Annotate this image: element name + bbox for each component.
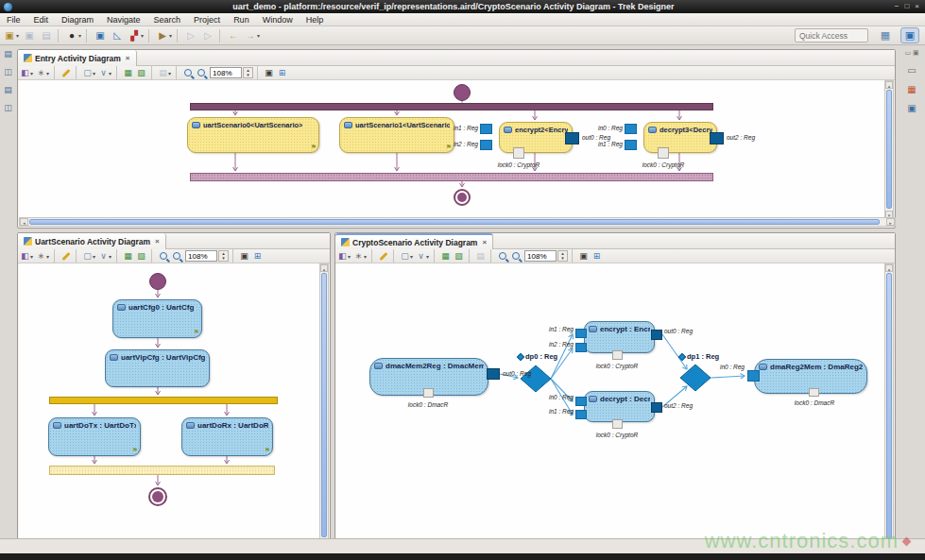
join-bar[interactable] xyxy=(190,173,713,181)
close-icon[interactable] xyxy=(482,238,487,246)
vip-catalog-icon[interactable]: ▣ xyxy=(93,28,108,42)
mode-caret[interactable]: ▾ xyxy=(30,253,33,260)
zoom-in-icon[interactable] xyxy=(496,250,508,263)
fit-grid-icon[interactable]: ⊞ xyxy=(276,67,288,79)
fast-view-icon-2[interactable]: ◫ xyxy=(4,67,12,76)
snapshot-icon[interactable]: ▣ xyxy=(577,250,590,263)
zoom-level-input[interactable] xyxy=(210,67,242,78)
properties-view-icon[interactable]: ▦ xyxy=(907,84,916,94)
initial-node[interactable] xyxy=(454,84,471,101)
initial-node[interactable] xyxy=(149,273,166,290)
zoom-out-icon[interactable] xyxy=(195,67,207,79)
forward-caret[interactable]: ▾ xyxy=(257,32,260,39)
run-external-caret[interactable]: ▾ xyxy=(169,32,172,39)
pin-elements-icon[interactable] xyxy=(60,250,72,263)
router-caret[interactable]: ▾ xyxy=(109,70,111,76)
crypto-canvas[interactable]: dmacMem2Reg : DmacMem2Reg out0 : Reg loc… xyxy=(336,263,886,560)
menu-help[interactable]: Help xyxy=(300,15,331,25)
pin-lock0[interactable] xyxy=(612,419,623,429)
debug-icon[interactable]: ● xyxy=(64,28,79,42)
fork-bar[interactable] xyxy=(190,103,713,110)
pin-out0[interactable] xyxy=(487,368,500,380)
export-diagram-icon[interactable]: ▧ xyxy=(135,67,147,79)
print-icon[interactable]: ▤ xyxy=(474,250,487,263)
tab-uartscenario-activity-diagram[interactable]: UartScenario Activity Diagram xyxy=(18,233,166,249)
snapshot-icon[interactable]: ▣ xyxy=(238,250,250,263)
open-perspective-icon[interactable]: ▦ xyxy=(876,27,895,43)
outline-view-icon[interactable]: ▭ xyxy=(907,65,916,76)
fast-view-icon-4[interactable]: ◫ xyxy=(4,103,12,112)
minimize-button[interactable]: − xyxy=(895,2,899,11)
print-icon[interactable]: ▤ xyxy=(157,67,169,79)
activity-node-uartDoRx[interactable]: uartDoRx : UartDoRx xyxy=(181,417,273,456)
activity-node-uartScenario1[interactable]: uartScenario1<UartScenario> xyxy=(339,117,454,153)
menu-search[interactable]: Search xyxy=(147,15,188,25)
entry-vscrollbar[interactable]: ▴ ▾ xyxy=(884,80,894,219)
menu-diagram[interactable]: Diagram xyxy=(55,15,100,25)
final-node[interactable] xyxy=(148,487,167,506)
pin-in1[interactable] xyxy=(575,329,587,338)
pin-in1[interactable] xyxy=(625,140,637,150)
export-diagram-icon[interactable]: ▧ xyxy=(135,250,147,263)
activity-node-encrypt[interactable]: encrypt : Encrypt xyxy=(584,321,655,353)
close-icon[interactable] xyxy=(155,237,160,246)
entry-canvas[interactable]: uartScenario0<UartScenario> uartScenario… xyxy=(19,80,886,219)
palette-view-icon[interactable]: ▣ xyxy=(907,103,916,113)
pin-lock0[interactable] xyxy=(658,147,669,159)
select-caret[interactable]: ▾ xyxy=(93,253,95,260)
activity-node-encrypt2[interactable]: encrypt2<Encrypt> xyxy=(499,122,573,153)
uart-canvas[interactable]: uartCfg0 : UartCfg uartVipCfg : UartVipC… xyxy=(19,263,321,560)
tab-entry-activity-diagram[interactable]: Entry Activity Diagram xyxy=(18,50,137,66)
fit-grid-icon[interactable]: ⊞ xyxy=(251,250,264,263)
mode-caret[interactable]: ▾ xyxy=(348,253,351,260)
menu-run[interactable]: Run xyxy=(227,15,256,25)
zoom-out-icon[interactable] xyxy=(509,250,522,263)
menu-file[interactable]: File xyxy=(0,15,27,25)
close-icon[interactable] xyxy=(126,54,130,62)
decision-node-dp1[interactable] xyxy=(680,365,711,391)
maximize-button[interactable]: □ xyxy=(904,2,909,11)
menu-window[interactable]: Window xyxy=(256,15,300,25)
scroll-thumb[interactable] xyxy=(29,219,880,225)
back-icon[interactable]: ← xyxy=(226,28,241,42)
pin-in2[interactable] xyxy=(480,140,492,150)
crypto-vscrollbar[interactable]: ▴ ▾ xyxy=(884,263,894,560)
pin-lock0[interactable] xyxy=(423,388,434,398)
export-diagram-icon[interactable]: ▧ xyxy=(453,250,465,263)
activity-node-decrypt[interactable]: decrypt : Decrypt xyxy=(584,391,655,422)
mode-caret[interactable]: ▾ xyxy=(30,70,33,76)
pin-out0[interactable] xyxy=(565,132,579,144)
join-bar[interactable] xyxy=(49,466,275,475)
pin-elements-icon[interactable] xyxy=(60,67,72,79)
pin-elements-icon[interactable] xyxy=(377,250,389,263)
pin-in2[interactable] xyxy=(575,343,587,352)
tab-cryptoscenario-activity-diagram[interactable]: CryptoScenario Activity Diagram xyxy=(335,233,493,249)
pin-in1[interactable] xyxy=(575,410,587,419)
router-caret[interactable]: ▾ xyxy=(109,253,111,260)
coverage-icon[interactable]: ▞ xyxy=(127,28,142,42)
coverage-caret[interactable]: ▾ xyxy=(141,32,144,39)
analysis-icon[interactable]: ◺ xyxy=(110,28,125,42)
pin-in0[interactable] xyxy=(575,397,587,406)
zoom-level-input[interactable] xyxy=(185,250,217,262)
pin-lock0[interactable] xyxy=(612,350,623,360)
fast-view-icon-3[interactable]: ▤ xyxy=(4,85,12,94)
zoom-out-icon[interactable] xyxy=(170,250,182,263)
activity-node-decrypt3[interactable]: decrypt3<Decrypt> xyxy=(643,122,717,153)
save-icon[interactable]: ▣ xyxy=(22,28,37,42)
scroll-thumb[interactable] xyxy=(886,273,892,542)
next-annotation-icon[interactable]: ▷ xyxy=(200,28,215,42)
debug-caret[interactable]: ▾ xyxy=(78,32,81,39)
scroll-thumb[interactable] xyxy=(321,273,327,537)
pin-in0[interactable] xyxy=(625,124,637,134)
zoom-spinner[interactable] xyxy=(243,67,253,78)
zoom-in-icon[interactable] xyxy=(181,67,194,79)
activity-node-uartDoTx[interactable]: uartDoTx : UartDoTx xyxy=(48,417,141,456)
pin-out0[interactable] xyxy=(651,330,662,340)
export-image-icon[interactable]: ▦ xyxy=(122,250,134,263)
menu-project[interactable]: Project xyxy=(187,15,227,25)
select-caret[interactable]: ▾ xyxy=(93,70,95,76)
fit-grid-icon[interactable]: ⊞ xyxy=(591,250,603,263)
layout-caret[interactable]: ▾ xyxy=(364,253,367,260)
activity-node-uartCfg0[interactable]: uartCfg0 : UartCfg xyxy=(112,299,202,338)
